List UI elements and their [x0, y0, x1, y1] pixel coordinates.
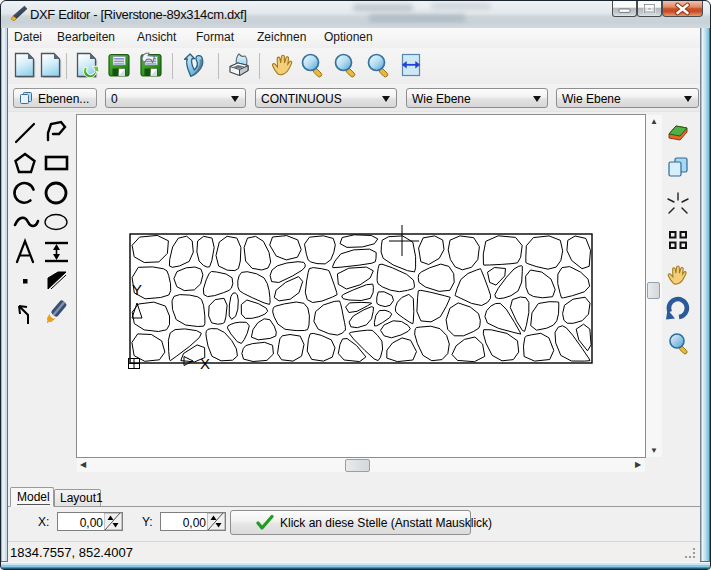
svg-text:Y: Y: [132, 281, 142, 298]
svg-text:X: X: [200, 355, 210, 372]
